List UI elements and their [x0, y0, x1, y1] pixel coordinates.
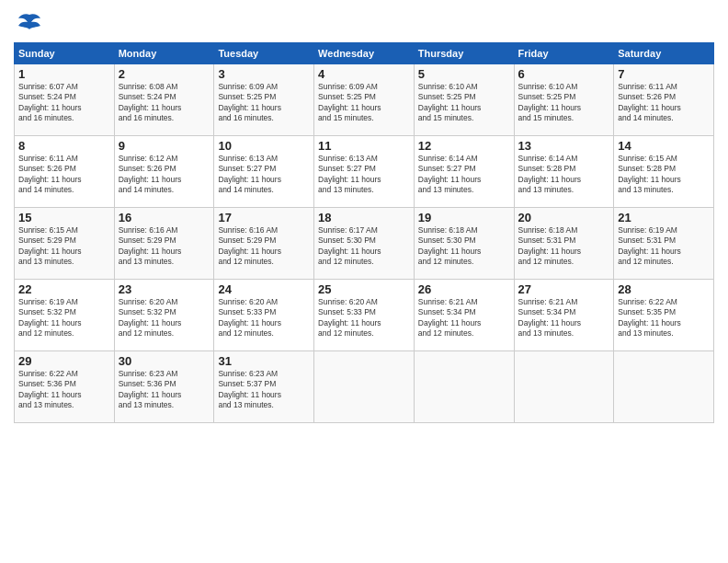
day-number: 19 [418, 211, 510, 224]
day-info: Sunrise: 6:15 AMSunset: 5:28 PMDaylight:… [618, 154, 710, 196]
day-info: Sunrise: 6:14 AMSunset: 5:27 PMDaylight:… [418, 154, 510, 196]
logo-bird-icon [17, 9, 42, 35]
day-number: 31 [218, 354, 310, 368]
calendar-cell: 18Sunrise: 6:17 AMSunset: 5:30 PMDayligh… [314, 208, 415, 280]
calendar-cell: 15Sunrise: 6:15 AMSunset: 5:29 PMDayligh… [15, 208, 115, 280]
day-info: Sunrise: 6:20 AMSunset: 5:33 PMDaylight:… [218, 297, 310, 339]
calendar-cell: 11Sunrise: 6:13 AMSunset: 5:27 PMDayligh… [314, 136, 415, 208]
day-number: 7 [618, 67, 710, 81]
calendar-cell: 13Sunrise: 6:14 AMSunset: 5:28 PMDayligh… [514, 136, 614, 208]
day-number: 1 [18, 67, 110, 81]
day-info: Sunrise: 6:15 AMSunset: 5:29 PMDaylight:… [18, 225, 110, 268]
calendar-cell [614, 351, 714, 423]
calendar-header-thursday: Thursday [414, 43, 514, 64]
day-info: Sunrise: 6:11 AMSunset: 5:26 PMDaylight:… [18, 154, 110, 196]
day-info: Sunrise: 6:13 AMSunset: 5:27 PMDaylight:… [318, 154, 410, 196]
calendar-cell: 28Sunrise: 6:22 AMSunset: 5:35 PMDayligh… [614, 280, 714, 351]
day-number: 26 [418, 282, 510, 296]
calendar-week-row: 29Sunrise: 6:22 AMSunset: 5:36 PMDayligh… [15, 351, 714, 423]
day-number: 29 [18, 354, 110, 368]
day-number: 22 [18, 282, 110, 296]
calendar-cell: 26Sunrise: 6:21 AMSunset: 5:34 PMDayligh… [414, 280, 514, 351]
day-info: Sunrise: 6:13 AMSunset: 5:27 PMDaylight:… [218, 154, 310, 196]
calendar-cell: 3Sunrise: 6:09 AMSunset: 5:25 PMDaylight… [214, 64, 314, 136]
day-info: Sunrise: 6:20 AMSunset: 5:32 PMDaylight:… [119, 297, 210, 339]
day-info: Sunrise: 6:10 AMSunset: 5:25 PMDaylight:… [518, 82, 610, 124]
calendar-week-row: 1Sunrise: 6:07 AMSunset: 5:24 PMDaylight… [15, 64, 714, 136]
calendar-cell [314, 351, 415, 423]
day-number: 28 [618, 282, 710, 296]
day-number: 27 [518, 282, 610, 296]
day-number: 12 [418, 139, 510, 153]
day-number: 21 [618, 211, 710, 224]
day-info: Sunrise: 6:14 AMSunset: 5:28 PMDaylight:… [518, 154, 610, 196]
calendar-cell: 10Sunrise: 6:13 AMSunset: 5:27 PMDayligh… [214, 136, 314, 208]
calendar-cell: 30Sunrise: 6:23 AMSunset: 5:36 PMDayligh… [114, 351, 214, 423]
header [14, 9, 714, 35]
day-info: Sunrise: 6:09 AMSunset: 5:25 PMDaylight:… [318, 82, 410, 124]
calendar-cell: 29Sunrise: 6:22 AMSunset: 5:36 PMDayligh… [15, 351, 115, 423]
day-info: Sunrise: 6:08 AMSunset: 5:24 PMDaylight:… [119, 82, 210, 124]
calendar-cell: 5Sunrise: 6:10 AMSunset: 5:25 PMDaylight… [414, 64, 514, 136]
day-number: 9 [119, 139, 210, 153]
calendar-cell: 6Sunrise: 6:10 AMSunset: 5:25 PMDaylight… [514, 64, 614, 136]
calendar-cell: 9Sunrise: 6:12 AMSunset: 5:26 PMDaylight… [114, 136, 214, 208]
day-info: Sunrise: 6:16 AMSunset: 5:29 PMDaylight:… [218, 225, 310, 268]
calendar-week-row: 15Sunrise: 6:15 AMSunset: 5:29 PMDayligh… [15, 208, 714, 280]
day-number: 6 [518, 67, 610, 81]
day-number: 15 [18, 211, 110, 224]
calendar-cell: 4Sunrise: 6:09 AMSunset: 5:25 PMDaylight… [314, 64, 415, 136]
calendar-cell: 2Sunrise: 6:08 AMSunset: 5:24 PMDaylight… [114, 64, 214, 136]
calendar-cell: 17Sunrise: 6:16 AMSunset: 5:29 PMDayligh… [214, 208, 314, 280]
day-info: Sunrise: 6:09 AMSunset: 5:25 PMDaylight:… [218, 82, 310, 124]
calendar-cell: 20Sunrise: 6:18 AMSunset: 5:31 PMDayligh… [514, 208, 614, 280]
calendar-cell: 24Sunrise: 6:20 AMSunset: 5:33 PMDayligh… [214, 280, 314, 351]
day-number: 20 [518, 211, 610, 224]
day-info: Sunrise: 6:21 AMSunset: 5:34 PMDaylight:… [418, 297, 510, 339]
calendar-week-row: 22Sunrise: 6:19 AMSunset: 5:32 PMDayligh… [15, 280, 714, 351]
day-number: 2 [119, 67, 210, 81]
calendar-cell: 21Sunrise: 6:19 AMSunset: 5:31 PMDayligh… [614, 208, 714, 280]
calendar-cell: 25Sunrise: 6:20 AMSunset: 5:33 PMDayligh… [314, 280, 415, 351]
day-number: 4 [318, 67, 410, 81]
calendar-cell: 19Sunrise: 6:18 AMSunset: 5:30 PMDayligh… [414, 208, 514, 280]
day-number: 13 [518, 139, 610, 153]
day-info: Sunrise: 6:23 AMSunset: 5:37 PMDaylight:… [218, 369, 310, 411]
day-number: 30 [119, 354, 210, 368]
calendar-header-saturday: Saturday [614, 43, 714, 64]
calendar-cell: 27Sunrise: 6:21 AMSunset: 5:34 PMDayligh… [514, 280, 614, 351]
day-info: Sunrise: 6:17 AMSunset: 5:30 PMDaylight:… [318, 225, 410, 268]
day-number: 17 [218, 211, 310, 224]
day-info: Sunrise: 6:22 AMSunset: 5:35 PMDaylight:… [618, 297, 710, 339]
day-info: Sunrise: 6:22 AMSunset: 5:36 PMDaylight:… [18, 369, 110, 411]
day-info: Sunrise: 6:16 AMSunset: 5:29 PMDaylight:… [119, 225, 210, 268]
calendar-cell [414, 351, 514, 423]
calendar-header-row: SundayMondayTuesdayWednesdayThursdayFrid… [15, 43, 714, 64]
calendar-cell: 23Sunrise: 6:20 AMSunset: 5:32 PMDayligh… [114, 280, 214, 351]
calendar-cell: 16Sunrise: 6:16 AMSunset: 5:29 PMDayligh… [114, 208, 214, 280]
day-number: 5 [418, 67, 510, 81]
day-number: 16 [119, 211, 210, 224]
calendar-cell: 8Sunrise: 6:11 AMSunset: 5:26 PMDaylight… [15, 136, 115, 208]
day-info: Sunrise: 6:12 AMSunset: 5:26 PMDaylight:… [119, 154, 210, 196]
calendar-header-sunday: Sunday [15, 43, 115, 64]
day-number: 18 [318, 211, 410, 224]
day-number: 10 [218, 139, 310, 153]
calendar-cell: 7Sunrise: 6:11 AMSunset: 5:26 PMDaylight… [614, 64, 714, 136]
day-number: 3 [218, 67, 310, 81]
day-info: Sunrise: 6:11 AMSunset: 5:26 PMDaylight:… [618, 82, 710, 124]
calendar-header-friday: Friday [514, 43, 614, 64]
calendar-header-monday: Monday [114, 43, 214, 64]
day-info: Sunrise: 6:20 AMSunset: 5:33 PMDaylight:… [318, 297, 410, 339]
calendar-cell: 31Sunrise: 6:23 AMSunset: 5:37 PMDayligh… [214, 351, 314, 423]
logo [14, 9, 42, 35]
day-info: Sunrise: 6:10 AMSunset: 5:25 PMDaylight:… [418, 82, 510, 124]
day-number: 23 [119, 282, 210, 296]
day-info: Sunrise: 6:23 AMSunset: 5:36 PMDaylight:… [119, 369, 210, 411]
calendar-cell [514, 351, 614, 423]
day-number: 8 [18, 139, 110, 153]
calendar-cell: 14Sunrise: 6:15 AMSunset: 5:28 PMDayligh… [614, 136, 714, 208]
calendar-cell: 12Sunrise: 6:14 AMSunset: 5:27 PMDayligh… [414, 136, 514, 208]
day-info: Sunrise: 6:18 AMSunset: 5:30 PMDaylight:… [418, 225, 510, 268]
day-info: Sunrise: 6:19 AMSunset: 5:32 PMDaylight:… [18, 297, 110, 339]
